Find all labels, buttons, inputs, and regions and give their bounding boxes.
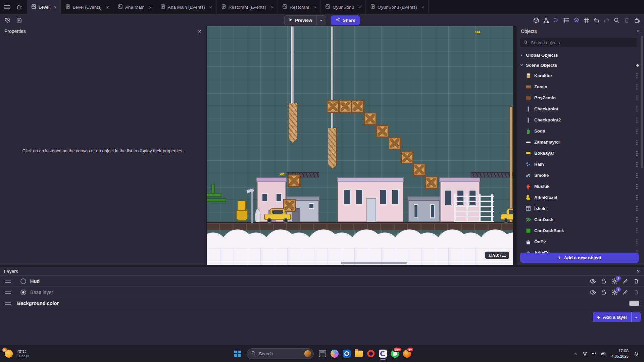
layer-effects-icon[interactable]: 3 bbox=[611, 289, 618, 296]
instances-icon[interactable] bbox=[542, 16, 551, 25]
share-button[interactable]: Share bbox=[331, 15, 360, 25]
crate-instance[interactable] bbox=[413, 163, 426, 176]
trash-icon[interactable] bbox=[622, 16, 631, 25]
layer-edit-pencil-icon[interactable] bbox=[623, 289, 629, 295]
object-row-candashback[interactable]: CanDashBack bbox=[516, 225, 644, 236]
object-row-i-skele[interactable]: İskele bbox=[516, 203, 644, 214]
objects-scrollbar[interactable] bbox=[641, 36, 643, 168]
layer-effects-icon[interactable]: 2 bbox=[611, 278, 618, 285]
object-menu-kebab-icon[interactable] bbox=[635, 117, 639, 123]
object-row-soda[interactable]: Soda bbox=[516, 125, 644, 137]
global-objects-group[interactable]: Global Objects bbox=[516, 50, 644, 60]
add-object-plus-icon[interactable]: + bbox=[636, 62, 639, 68]
dash-pickup-icon[interactable]: »» bbox=[475, 29, 479, 35]
tab-oyunsonu-events[interactable]: OyunSonu (Events)× bbox=[366, 0, 429, 14]
layer-drag-handle[interactable] bbox=[5, 280, 11, 283]
tab-restorant[interactable]: Restorant× bbox=[278, 0, 321, 14]
layer-trash-icon[interactable] bbox=[633, 289, 639, 295]
objects-search-input[interactable] bbox=[531, 40, 634, 45]
volume-icon[interactable] bbox=[590, 349, 599, 359]
crate-instance[interactable] bbox=[327, 100, 339, 113]
grid-icon[interactable] bbox=[582, 16, 591, 25]
crate-instance[interactable] bbox=[401, 151, 413, 164]
object-menu-kebab-icon[interactable] bbox=[635, 217, 639, 222]
taxi-instance[interactable] bbox=[501, 208, 513, 222]
wrapped-checkpoint-instance[interactable] bbox=[328, 128, 337, 169]
close-tab-icon[interactable]: × bbox=[53, 4, 57, 10]
layer-drag-handle[interactable] bbox=[5, 291, 11, 294]
history-icon[interactable] bbox=[3, 15, 13, 25]
object-menu-kebab-icon[interactable] bbox=[635, 239, 639, 245]
add-layer-button[interactable]: + Add a layer bbox=[593, 312, 641, 322]
copilot-app-button[interactable] bbox=[329, 347, 340, 360]
object-menu-kebab-icon[interactable] bbox=[635, 151, 639, 156]
layer-trash-icon[interactable] bbox=[633, 278, 639, 284]
layers-icon[interactable] bbox=[572, 16, 581, 25]
add-layer-options-chevron-icon[interactable] bbox=[632, 312, 641, 322]
browser-app-button[interactable]: 6+ bbox=[401, 347, 413, 360]
pole-instance[interactable] bbox=[510, 106, 512, 222]
crate-instance[interactable] bbox=[339, 100, 352, 113]
object-row-candash[interactable]: CanDash bbox=[516, 214, 644, 225]
bridge-truss-instance[interactable] bbox=[471, 172, 513, 177]
weather-widget[interactable]: 4 20°C Güneşli bbox=[0, 349, 29, 358]
add-new-object-button[interactable]: + Add a new object bbox=[520, 253, 639, 263]
close-tab-icon[interactable]: × bbox=[313, 4, 317, 10]
home-tab-icon[interactable] bbox=[14, 2, 24, 12]
object-row-rain[interactable]: Rain bbox=[516, 159, 644, 170]
object-menu-kebab-icon[interactable] bbox=[635, 184, 639, 189]
zoom-icon[interactable] bbox=[612, 16, 621, 25]
preview-button[interactable]: Preview bbox=[284, 15, 326, 25]
building-instance[interactable] bbox=[338, 178, 403, 222]
close-tab-icon[interactable]: × bbox=[270, 4, 274, 10]
start-button[interactable] bbox=[232, 347, 244, 360]
cube-icon[interactable] bbox=[532, 16, 541, 25]
close-tab-icon[interactable]: × bbox=[421, 4, 425, 10]
layer-lock-icon[interactable] bbox=[601, 289, 607, 295]
object-menu-kebab-icon[interactable] bbox=[635, 84, 639, 90]
object-row-checkpoint[interactable]: Checkpoint bbox=[516, 103, 644, 114]
battery-icon[interactable] bbox=[599, 349, 608, 359]
street-lamp-instance[interactable] bbox=[247, 190, 256, 223]
object-row-smoke[interactable]: Smoke bbox=[516, 170, 644, 181]
taskbar-search[interactable]: Search bbox=[247, 348, 314, 359]
object-menu-kebab-icon[interactable] bbox=[635, 195, 639, 200]
close-properties-icon[interactable]: × bbox=[198, 29, 201, 34]
tab-level[interactable]: Level× bbox=[27, 0, 61, 14]
wrapped-checkpoint-instance[interactable] bbox=[288, 103, 297, 143]
object-menu-kebab-icon[interactable] bbox=[635, 173, 639, 178]
notifications-bell-icon[interactable] bbox=[632, 349, 641, 359]
crate-instance[interactable] bbox=[364, 112, 377, 125]
object-row-nev[interactable]: ÖnEv bbox=[516, 236, 644, 247]
object-row-karakter[interactable]: Karakter bbox=[516, 70, 644, 81]
file-explorer-app-button[interactable] bbox=[353, 347, 364, 360]
object-menu-kebab-icon[interactable] bbox=[635, 128, 639, 134]
object-row-bo-zemin[interactable]: BoşZemin bbox=[516, 92, 644, 103]
canvas-horizontal-scrollbar[interactable] bbox=[341, 262, 407, 264]
tab-oyunsonu[interactable]: OyunSonu× bbox=[321, 0, 366, 14]
search-highlight-icon[interactable] bbox=[304, 350, 311, 357]
wifi-icon[interactable] bbox=[581, 349, 589, 359]
crate-instance[interactable] bbox=[388, 137, 401, 150]
layer-select-radio[interactable] bbox=[20, 290, 26, 295]
gdevelop-app-button[interactable] bbox=[377, 347, 389, 360]
object-menu-kebab-icon[interactable] bbox=[635, 162, 639, 167]
object-menu-kebab-icon[interactable] bbox=[635, 73, 639, 79]
scaffold-instance[interactable] bbox=[454, 194, 494, 222]
background-color-row[interactable]: Background color bbox=[0, 298, 644, 309]
crate-instance[interactable] bbox=[376, 125, 389, 138]
object-row-zamanlay-c[interactable]: Zamanlayıcı bbox=[516, 137, 644, 148]
scene-objects-group[interactable]: Scene Objects + bbox=[516, 60, 644, 70]
object-row-checkpoint2[interactable]: Checkpoint2 bbox=[516, 114, 644, 125]
extensions-icon[interactable] bbox=[632, 16, 641, 25]
save-icon[interactable] bbox=[14, 15, 24, 25]
whatsapp-app-button[interactable]: 99+ bbox=[389, 347, 401, 360]
tab-ana-main[interactable]: Ana Main× bbox=[113, 0, 156, 14]
edit-pencil-icon[interactable] bbox=[552, 16, 561, 25]
tab-ana-main-events[interactable]: Ana Main (Events)× bbox=[156, 0, 217, 14]
close-tab-icon[interactable]: × bbox=[358, 4, 362, 10]
crate-instance[interactable] bbox=[288, 174, 300, 187]
object-menu-kebab-icon[interactable] bbox=[635, 106, 639, 112]
layer-row-hud[interactable]: Hud2 bbox=[0, 276, 644, 287]
layer-visibility-eye-icon[interactable] bbox=[590, 278, 596, 285]
